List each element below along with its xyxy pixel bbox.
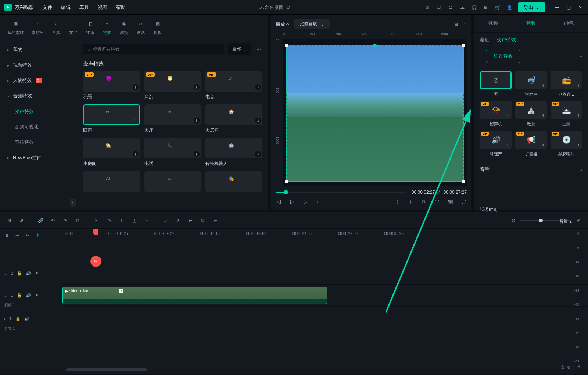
fit-icon[interactable]: ⇔ [212, 217, 219, 224]
preset-thumb[interactable]: 📻⬇ [551, 71, 582, 89]
save-icon[interactable]: 🖫 [447, 4, 454, 11]
handle-top-left[interactable] [285, 44, 288, 47]
download-icon[interactable]: ⬇ [576, 143, 581, 148]
tab-filters[interactable]: ◉滤镜 [119, 19, 128, 35]
download-icon[interactable]: ⬇ [505, 143, 510, 148]
visible-icon[interactable]: 👁 [35, 271, 39, 276]
sidebar-item-audio-viz[interactable]: 音频可视化 [0, 119, 77, 135]
pointer-tool[interactable]: ⬈ [18, 217, 25, 224]
search-input[interactable] [93, 47, 220, 52]
snapshot-button[interactable]: 📷 [447, 199, 453, 205]
add-icon[interactable]: + [132, 116, 135, 122]
stop-button[interactable]: □ [315, 199, 322, 205]
play-button[interactable]: ▷ [302, 199, 309, 205]
download-icon[interactable]: ⬇ [576, 83, 581, 88]
sidebar-item-mine[interactable]: ▸我的 [0, 42, 77, 57]
track-video2[interactable] [62, 262, 588, 284]
track-audio1[interactable] [62, 306, 588, 328]
preset-thumb[interactable]: VIP🗻⬇ [551, 101, 582, 119]
sidebar-item-newblue[interactable]: ▸NewBlue插件 [0, 150, 77, 165]
sidebar-collapse-button[interactable]: ‹ [70, 199, 76, 207]
tab-audio[interactable]: ♫音频 [52, 19, 61, 35]
preset-thumb[interactable]: VIP🔊⬇ [480, 131, 512, 149]
download-icon[interactable]: ⬇ [541, 143, 546, 148]
progress-knob[interactable] [284, 190, 288, 194]
effect-thumb[interactable]: 📞⬇ [144, 138, 201, 158]
marker-icon[interactable]: ✂ [24, 232, 31, 239]
next-frame-button[interactable]: |▷ [289, 199, 295, 205]
preset-thumb[interactable]: VIP💿⬇ [551, 131, 582, 149]
effect-thumb[interactable]: ∞+ [83, 104, 140, 125]
download-icon[interactable]: ⬇ [133, 151, 139, 157]
crop-tool[interactable]: ◰ [131, 217, 137, 224]
lock-icon[interactable]: 🔓 [17, 293, 22, 298]
mark-out-button[interactable]: } [407, 199, 414, 205]
effect-thumb[interactable]: 🏛⬇ [144, 104, 201, 125]
download-icon[interactable]: ⬇ [133, 84, 139, 90]
cart-icon[interactable]: 🛒 [494, 4, 501, 11]
handle-bottom-left[interactable] [285, 180, 288, 183]
effect-thumb[interactable]: VIP♬⬇ [205, 71, 262, 92]
subtab-voice-fx[interactable]: 变声特效 [497, 36, 516, 43]
chevron-down-icon[interactable]: ▾ [580, 54, 582, 59]
preset-thumb[interactable]: 🤿⬇ [515, 71, 547, 89]
menu-help[interactable]: 帮助 [116, 4, 126, 11]
lock-icon[interactable]: 🔓 [15, 317, 21, 321]
timeline-scrollbar[interactable] [66, 368, 147, 371]
apps-icon[interactable]: ⊞ [483, 4, 489, 11]
cloud-icon[interactable]: ☁ [459, 4, 466, 11]
close-button[interactable]: ✕ [578, 5, 584, 10]
mute-icon[interactable]: 🔊 [24, 317, 29, 321]
tab-video-props[interactable]: 视频 [474, 15, 512, 32]
quality-select[interactable]: 完整画质⌄ [294, 19, 330, 29]
download-icon[interactable]: ⬇ [194, 84, 200, 90]
download-icon[interactable]: ⬇ [576, 113, 581, 118]
shield-icon[interactable]: 🛡 [162, 217, 169, 224]
mute-icon[interactable]: 🔊 [26, 271, 31, 276]
handle-bottom-right[interactable] [462, 180, 465, 183]
handle-top-right[interactable] [462, 44, 465, 47]
tab-transition[interactable]: ◧转场 [86, 19, 94, 35]
sidebar-item-video-fx[interactable]: ▸视频特效 [0, 57, 77, 73]
download-icon[interactable]: ⬇ [255, 151, 261, 157]
tab-audio-props[interactable]: 音频 [512, 15, 550, 32]
monitor-icon[interactable]: 🖵 [435, 4, 442, 11]
zoom-out-button[interactable]: ⊖ [510, 217, 517, 224]
sidebar-item-voice-change[interactable]: 变声特效 [0, 104, 77, 119]
filter-select[interactable]: 全部⌄ [228, 43, 251, 55]
preset-thumb[interactable]: VIP📢⬇ [515, 131, 547, 149]
crop-button[interactable]: ⧉ [420, 199, 427, 205]
handle-top-center[interactable] [373, 44, 377, 47]
preview-canvas[interactable] [283, 39, 467, 186]
preset-thumb[interactable]: ⊘ [480, 71, 512, 89]
speed-tool[interactable]: ⊙ [106, 217, 112, 224]
download-icon[interactable]: ⬇ [541, 113, 546, 118]
effect-thumb[interactable]: AI [83, 171, 140, 192]
fullscreen-button[interactable]: ⛶ [460, 199, 467, 205]
tab-stickers[interactable]: ☺贴纸 [136, 19, 145, 35]
menu-edit[interactable]: 编辑 [61, 4, 71, 11]
headphone-icon[interactable]: 🎧 [471, 4, 477, 11]
screen-icon[interactable]: 🖵 [434, 199, 440, 205]
sidebar-item-beat-fx[interactable]: 节拍特效 [0, 135, 77, 150]
tab-effects[interactable]: ✦特效 [103, 19, 111, 35]
track-head-video2[interactable]: ▭2 🔓🔊👁 [0, 262, 62, 284]
search-box[interactable]: ⌕ [83, 44, 224, 54]
tab-templates[interactable]: ▤模板 [153, 19, 162, 35]
zoom-knob[interactable] [539, 219, 543, 222]
lock-icon[interactable]: 🔓 [17, 271, 22, 276]
timeline-tracks-area[interactable]: :00:0000:00:04:2500:00:09:2000:00:14:150… [62, 229, 588, 374]
maximize-button[interactable]: ▢ [567, 5, 572, 10]
mixer-icon[interactable]: ⇌ [187, 217, 194, 224]
mark-in-button[interactable]: { [394, 199, 401, 205]
download-icon[interactable]: ⬇ [194, 118, 200, 124]
cut-tool[interactable]: ✂ [93, 217, 100, 224]
waveform-icon[interactable]: 〰 [462, 22, 467, 27]
mic-icon[interactable]: 🎙 [175, 217, 181, 224]
redo-button[interactable]: ↷ [62, 217, 69, 224]
preset-thumb[interactable]: VIP📯⬇ [480, 101, 512, 119]
device-icon[interactable]: ⎚ [424, 4, 430, 11]
import-icon[interactable]: ⇥ [14, 232, 21, 239]
tab-color-props[interactable]: 颜色 [550, 15, 588, 32]
zoom-in-button[interactable]: ⊕ [576, 217, 582, 224]
